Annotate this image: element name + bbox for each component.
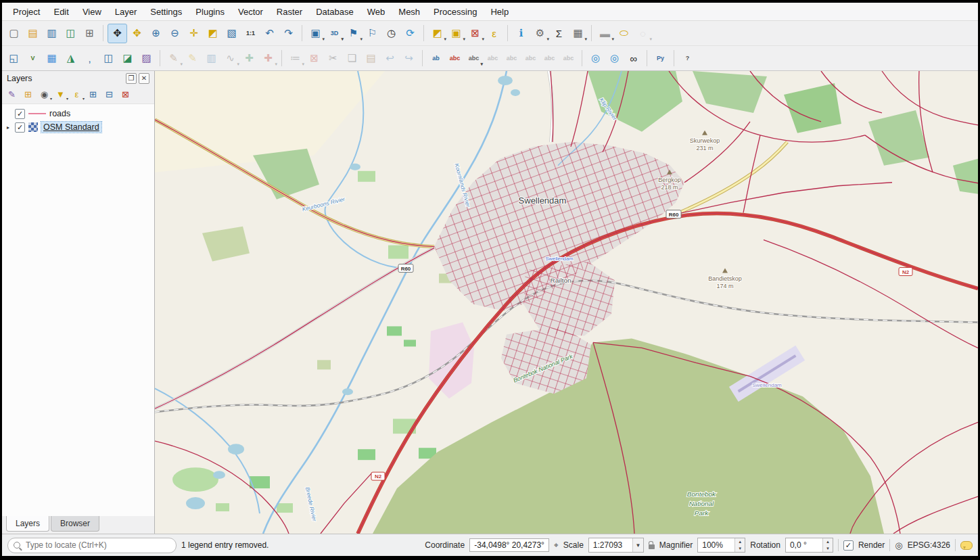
metasearch-button[interactable]: ◎ — [586, 49, 605, 68]
manage-map-themes-button[interactable]: ◉ — [37, 87, 51, 101]
zoom-last-button[interactable]: ↶ — [260, 24, 279, 43]
menu-edit[interactable]: Edit — [47, 5, 75, 19]
add-feature-button[interactable]: ✚ — [240, 49, 258, 68]
tab-layers[interactable]: Layers — [6, 516, 49, 532]
spin-arrows[interactable]: ▲▼ — [822, 538, 833, 552]
add-vector-layer-button[interactable]: V — [24, 49, 42, 68]
open-layer-styling-panel-button[interactable]: ✎ — [5, 87, 19, 101]
open-attribute-table-button[interactable]: ▦ — [569, 24, 587, 43]
pan-to-selection-button[interactable]: ✥ — [128, 24, 146, 43]
menu-project[interactable]: Project — [6, 5, 47, 19]
help-button[interactable]: ? — [678, 49, 697, 68]
zoom-next-button[interactable]: ↷ — [279, 24, 298, 43]
map-canvas[interactable]: Swellendam Railton Swellendam Skurwekop … — [155, 71, 978, 534]
search-layers-button[interactable]: ∞ — [624, 49, 643, 68]
layer-roads-checkbox[interactable]: ✓ — [15, 109, 25, 119]
lock-scale-icon[interactable] — [649, 544, 655, 549]
menu-layer[interactable]: Layer — [108, 5, 144, 19]
change-label-properties-button[interactable]: abc — [559, 49, 578, 68]
add-postgis-layer-button[interactable]: ◫ — [99, 49, 118, 68]
panel-close-button[interactable]: ✕ — [139, 73, 149, 84]
crs-status[interactable]: EPSG:4326 — [908, 540, 950, 550]
filter-by-expression-button[interactable]: ε — [70, 87, 84, 101]
open-project-button[interactable]: ▤ — [24, 24, 42, 43]
zoom-in-button[interactable]: ⊕ — [147, 24, 165, 43]
web-service-button[interactable]: ◎ — [605, 49, 624, 68]
zoom-to-layer-button[interactable]: ▧ — [223, 24, 241, 43]
add-virtual-layer-button[interactable]: ▨ — [137, 49, 156, 68]
deselect-features-button[interactable]: ⊠ — [466, 24, 484, 43]
render-checkbox[interactable]: ✓ — [843, 540, 854, 551]
new-3d-map-view-button[interactable]: 3D — [325, 24, 344, 43]
menu-view[interactable]: View — [76, 5, 108, 19]
pin-unpin-labels-button[interactable]: abc — [484, 49, 502, 68]
extent-toggle-icon[interactable]: ⌖ — [554, 540, 559, 550]
save-project-button[interactable]: ▥ — [43, 24, 61, 43]
menu-raster[interactable]: Raster — [270, 5, 309, 19]
select-features-button[interactable]: ◩ — [428, 24, 446, 43]
select-by-expression-button[interactable]: ε — [485, 24, 503, 43]
show-hide-labels-button[interactable]: abc — [503, 49, 521, 68]
zoom-native-button[interactable]: 1:1 — [241, 24, 260, 43]
layer-item-roads[interactable]: ✓ roads — [2, 107, 154, 120]
add-spatialite-layer-button[interactable]: ◪ — [118, 49, 137, 68]
menu-plugins[interactable]: Plugins — [189, 5, 231, 19]
paste-features-button[interactable]: ▤ — [362, 49, 380, 68]
modify-attributes-button[interactable]: ≔ — [286, 49, 304, 68]
measure-button[interactable]: ▬ — [596, 24, 614, 43]
layer-roads-label[interactable]: roads — [49, 109, 70, 118]
add-group-button[interactable]: ⊞ — [21, 87, 35, 101]
statistical-summary-button[interactable]: Σ — [550, 24, 568, 43]
current-edits-button[interactable]: ✎ — [164, 49, 183, 68]
remove-layer-button[interactable]: ⊠ — [118, 87, 133, 101]
filter-legend-button[interactable]: ▼ — [53, 87, 68, 101]
show-spatial-bookmarks-button[interactable]: ⚐ — [363, 24, 381, 43]
menu-web[interactable]: Web — [360, 5, 392, 19]
map-svg[interactable]: Swellendam Railton Swellendam Skurwekop … — [155, 71, 978, 534]
rotation-spinbox[interactable]: 0,0 ° ▲▼ — [785, 538, 833, 553]
move-label-button[interactable]: abc — [521, 49, 540, 68]
refresh-map-button[interactable]: ⟳ — [401, 24, 419, 43]
layer-diagram-options-button[interactable]: abc — [465, 49, 483, 68]
layer-osm-label[interactable]: OSM Standard — [41, 122, 101, 133]
undo-button[interactable]: ↩ — [381, 49, 399, 68]
new-spatial-bookmark-button[interactable]: ⚑ — [344, 24, 363, 43]
temporal-controller-button[interactable]: ◷ — [382, 24, 400, 43]
redo-button[interactable]: ↪ — [400, 49, 418, 68]
new-print-layout-button[interactable]: ◫ — [62, 24, 80, 43]
delete-selected-button[interactable]: ⊠ — [305, 49, 323, 68]
cut-features-button[interactable]: ✂ — [324, 49, 342, 68]
add-delimited-text-layer-button[interactable]: , — [80, 49, 99, 68]
osm-layer-expander[interactable]: ▸ — [5, 124, 11, 131]
zoom-out-button[interactable]: ⊖ — [166, 24, 184, 43]
python-console-button[interactable]: Py — [651, 49, 670, 68]
locate-input[interactable] — [24, 540, 170, 551]
messages-icon[interactable] — [960, 541, 973, 550]
menu-help[interactable]: Help — [484, 5, 515, 19]
open-data-source-manager-button[interactable]: ◱ — [5, 49, 23, 68]
menu-processing[interactable]: Processing — [427, 5, 484, 19]
highlight-pinned-labels-button[interactable]: ab — [427, 49, 445, 68]
menu-database[interactable]: Database — [309, 5, 360, 19]
digitize-with-curve-button[interactable]: ∿ — [221, 49, 239, 68]
zoom-full-button[interactable]: ✛ — [185, 24, 203, 43]
osm-place-search-button[interactable]: ◌ — [634, 24, 652, 43]
spin-arrows[interactable]: ▲▼ — [734, 538, 745, 552]
identify-features-button[interactable]: ℹ — [512, 24, 530, 43]
collapse-all-button[interactable]: ⊟ — [102, 87, 116, 101]
locator-bar[interactable] — [7, 538, 177, 553]
crs-globe-icon[interactable]: ◎ — [895, 540, 902, 551]
menu-settings[interactable]: Settings — [143, 5, 189, 19]
map-tips-button[interactable]: ⬭ — [615, 24, 633, 43]
toggle-editing-button[interactable]: ✎ — [183, 49, 202, 68]
new-project-button[interactable]: ▢ — [5, 24, 23, 43]
add-raster-layer-button[interactable]: ▦ — [43, 49, 61, 68]
expand-all-button[interactable]: ⊞ — [86, 87, 100, 101]
tab-browser[interactable]: Browser — [51, 516, 99, 532]
add-mesh-layer-button[interactable]: ◮ — [62, 49, 80, 68]
select-features-by-value-button[interactable]: ▣ — [447, 24, 465, 43]
zoom-to-selection-button[interactable]: ◩ — [204, 24, 222, 43]
run-feature-action-button[interactable]: ⚙ — [531, 24, 549, 43]
menu-vector[interactable]: Vector — [231, 5, 270, 19]
scale-combo[interactable]: 1:27093 ▼ — [588, 538, 644, 553]
